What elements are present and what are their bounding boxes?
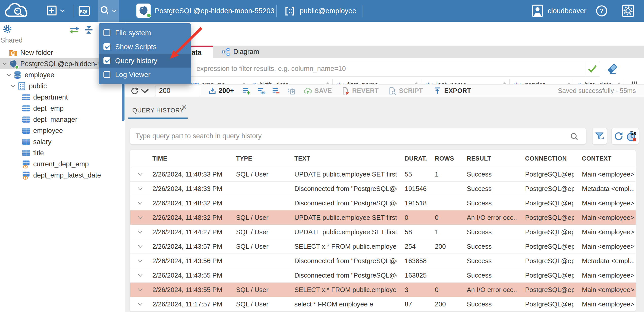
collapse-all-button[interactable]	[83, 24, 94, 35]
filter-expression-input[interactable]	[128, 61, 600, 76]
history-row[interactable]: 2/26/2024, 11:48:33 PM Disconnected from…	[130, 182, 636, 196]
script-icon	[388, 87, 396, 95]
tree-item[interactable]: salary	[0, 136, 125, 147]
auto-refresh-timer-button[interactable]: 5s	[626, 131, 637, 142]
sync-connection-button[interactable]	[68, 25, 80, 35]
grid-column-header[interactable]: ◷ birth_date	[249, 79, 333, 84]
sort-icon[interactable]	[617, 82, 621, 84]
menu-item-label: File system	[115, 29, 151, 37]
history-row[interactable]: 2/26/2024, 11:44:27 PM SQL / User UPDATE…	[130, 225, 636, 239]
refresh-button[interactable]	[130, 87, 149, 95]
fetch-size-input[interactable]	[155, 86, 200, 96]
tree-item[interactable]: dept_emp_latest_date	[0, 170, 125, 181]
tree-item[interactable]: dept_emp	[0, 103, 125, 114]
cloudbeaver-logo[interactable]	[4, 2, 33, 20]
object-tab[interactable]: Diagram	[213, 46, 268, 58]
menu-checkbox[interactable]	[103, 57, 110, 64]
help-button[interactable]: ?	[595, 5, 608, 17]
cell-connection: PostgreSQL@ep-...	[517, 199, 574, 207]
menu-checkbox[interactable]	[103, 43, 110, 50]
tree-item[interactable]: title	[0, 147, 125, 159]
history-column-header[interactable]: DURAT...	[397, 155, 427, 162]
sql-editor-button[interactable]: SQL	[78, 5, 90, 17]
save-button[interactable]: SAVE	[303, 87, 332, 95]
sort-icon[interactable]	[242, 82, 246, 84]
history-column-header[interactable]: ROWS	[427, 155, 459, 162]
schema-selector[interactable]: public@employee	[300, 0, 356, 22]
history-row[interactable]: 2/26/2024, 11:48:33 PM SQL / User UPDATE…	[130, 167, 636, 182]
grid-column-header[interactable]: ◷ hire_date	[574, 79, 624, 84]
export-button[interactable]: EXPORT	[433, 87, 471, 95]
expand-row-button[interactable]	[130, 257, 144, 264]
sort-icon[interactable]	[567, 82, 571, 84]
expand-row-button[interactable]	[130, 171, 144, 178]
close-panel-button[interactable]: ✕	[182, 103, 187, 111]
grid-column-header[interactable]: abc first_name	[333, 79, 421, 84]
duplicate-row-button[interactable]	[257, 87, 265, 95]
sort-icon[interactable]	[415, 82, 418, 84]
expand-chevron-icon[interactable]	[5, 71, 12, 79]
tree-item[interactable]: department	[0, 92, 125, 103]
clear-filter-button[interactable]	[606, 63, 618, 75]
sort-icon[interactable]	[503, 82, 506, 84]
history-column-header[interactable]: RESULT	[459, 155, 517, 162]
apply-filter-button[interactable]	[585, 61, 600, 76]
tree-item[interactable]: dept_manager	[0, 114, 125, 125]
cell-connection: PostgreSQL@ep-...	[517, 243, 574, 250]
history-row[interactable]: 2/26/2024, 11:43:56 PM Disconnected from…	[130, 254, 636, 268]
history-row[interactable]: 2/26/2024, 11:48:32 PM Disconnected from…	[130, 196, 636, 210]
delete-row-button[interactable]	[272, 87, 280, 95]
history-row[interactable]: 2/26/2024, 11:48:32 PM SQL / User UPDATE…	[130, 210, 636, 225]
history-column-header[interactable]: TYPE	[228, 155, 286, 162]
sort-icon[interactable]	[326, 82, 329, 84]
history-row[interactable]: 2/26/2024, 11:43:55 PM SQL / User SELECT…	[130, 283, 636, 297]
navigator-settings-button[interactable]	[2, 24, 13, 34]
user-avatar[interactable]	[531, 4, 544, 18]
auto-refresh-button[interactable]	[287, 87, 296, 95]
revert-button[interactable]: REVERT	[341, 87, 379, 95]
expand-row-button[interactable]	[130, 185, 144, 192]
expand-row-button[interactable]	[130, 286, 144, 293]
menu-item[interactable]: Show Scripts	[99, 40, 191, 54]
expand-row-button[interactable]	[130, 228, 144, 236]
history-column-header[interactable]: CONTEXT	[574, 155, 636, 162]
expand-chevron-icon[interactable]	[10, 83, 17, 90]
expand-row-button[interactable]	[130, 214, 144, 221]
grid-column-header[interactable]: 123 emp_no	[187, 79, 249, 84]
history-filter-button[interactable]	[592, 128, 607, 144]
refresh-icon[interactable]	[614, 131, 624, 141]
column-name: last_name	[436, 81, 467, 85]
fetch-more-button[interactable]: 200+	[208, 87, 234, 95]
history-column-header[interactable]: CONNECTION	[517, 155, 574, 162]
settings-button[interactable]	[621, 4, 635, 18]
user-menu[interactable]: cloudbeaver	[548, 0, 586, 22]
query-history-tab[interactable]: QUERY HISTORY	[132, 107, 184, 114]
columns-config-button[interactable]	[631, 81, 639, 84]
history-search-input[interactable]	[130, 128, 586, 144]
menu-checkbox[interactable]	[103, 29, 110, 36]
tree-item[interactable]: current_dept_emp	[0, 159, 125, 170]
history-row[interactable]: 2/26/2024, 11:17:57 PM SQL / User select…	[130, 297, 636, 311]
menu-item[interactable]: File system	[99, 26, 191, 40]
chevron-down-icon	[60, 9, 65, 12]
menu-item[interactable]: Query history	[99, 54, 191, 68]
add-row-button[interactable]	[242, 87, 251, 95]
script-button[interactable]: SCRIPT	[388, 87, 423, 95]
expand-row-button[interactable]	[130, 272, 144, 279]
menu-checkbox[interactable]	[103, 71, 110, 78]
grid-column-header[interactable]: abc last_name	[421, 79, 510, 84]
tools-menu-button[interactable]	[98, 0, 119, 22]
history-column-header[interactable]: TIME	[144, 155, 228, 162]
expand-row-button[interactable]	[130, 301, 144, 308]
new-connection-button[interactable]	[46, 5, 65, 17]
grid-column-header[interactable]: abc gender	[510, 79, 574, 84]
history-row[interactable]: 2/26/2024, 11:43:57 PM SQL / User SELECT…	[130, 239, 636, 254]
menu-item[interactable]: Log Viewer	[99, 68, 191, 82]
history-column-header[interactable]: TEXT	[286, 155, 397, 162]
expand-row-button[interactable]	[130, 200, 144, 207]
expand-row-button[interactable]	[130, 243, 144, 250]
history-row[interactable]: 2/26/2024, 11:43:55 PM Disconnected from…	[130, 268, 636, 283]
expand-chevron-icon[interactable]	[1, 60, 8, 67]
tree-item[interactable]: employee	[0, 125, 125, 136]
connection-selector[interactable]: PostgreSQL@ep-hidden-moon-55203	[155, 0, 274, 22]
